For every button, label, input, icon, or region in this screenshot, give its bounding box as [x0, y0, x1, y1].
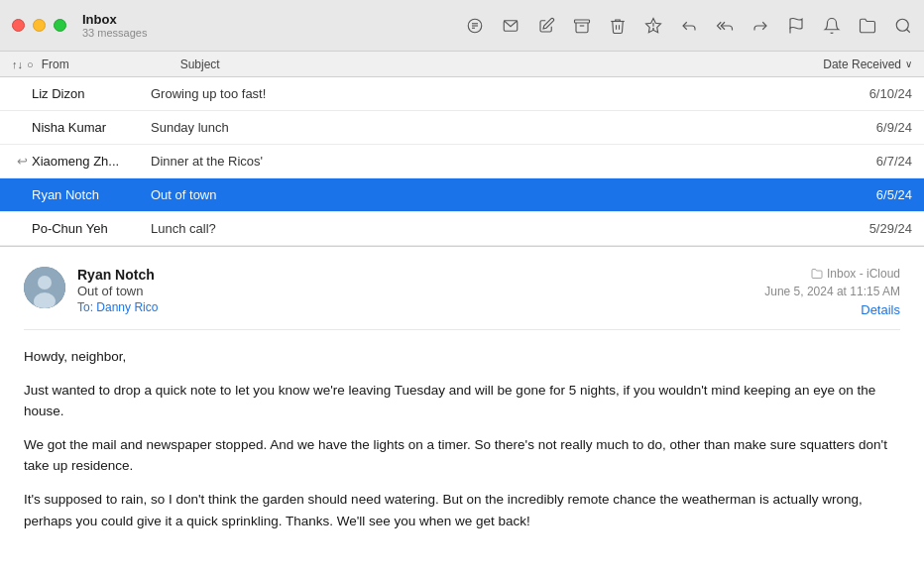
email-from-2: Nisha Kumar — [32, 120, 151, 135]
email-detail-header: Ryan Notch Out of town To: Danny Rico In… — [24, 267, 900, 330]
note-icon[interactable] — [466, 17, 484, 35]
email-detail-subject: Out of town — [77, 284, 764, 298]
flag-icon[interactable] — [787, 17, 805, 35]
title-info: Inbox 33 messages — [82, 12, 147, 39]
email-from-5: Po-Chun Yeh — [32, 221, 151, 236]
forward-icon[interactable] — [751, 17, 769, 35]
email-date-5: 5/29/24 — [843, 221, 912, 236]
email-date-4: 6/5/24 — [843, 187, 912, 202]
unread-toggle[interactable]: ○ — [27, 58, 34, 70]
svg-rect-5 — [575, 20, 590, 23]
main-content: ↑↓ ○ From Subject Date Received ∨ Liz Di… — [0, 52, 924, 579]
email-row[interactable]: Liz Dizon Growing up too fast! 6/10/24 — [0, 77, 924, 111]
email-timestamp: June 5, 2024 at 11:15 AM — [764, 285, 900, 298]
email-detail-pane: Ryan Notch Out of town To: Danny Rico In… — [0, 247, 924, 579]
compose-icon[interactable] — [537, 17, 555, 35]
svg-point-9 — [653, 28, 654, 29]
header-date[interactable]: Date Received ∨ — [823, 58, 912, 71]
notify-icon[interactable] — [823, 17, 841, 35]
window-title: Inbox — [82, 12, 147, 27]
svg-line-12 — [906, 29, 909, 32]
reply-all-icon[interactable] — [716, 17, 734, 35]
reply-indicator-3: ↩ — [12, 154, 32, 169]
body-paragraph-1: Howdy, neighbor, — [24, 346, 900, 368]
mail-icon[interactable] — [502, 17, 520, 35]
toolbar — [466, 17, 912, 35]
avatar — [24, 267, 65, 308]
body-paragraph-2: Just wanted to drop a quick note to let … — [24, 380, 900, 422]
email-row[interactable]: Po-Chun Yeh Lunch call? 5/29/24 — [0, 212, 924, 246]
reply-icon[interactable] — [680, 17, 698, 35]
header-from: From — [42, 58, 180, 71]
email-header-info: Ryan Notch Out of town To: Danny Rico — [77, 267, 764, 314]
body-paragraph-3: We got the mail and newspaper stopped. A… — [24, 434, 900, 477]
email-from-1: Liz Dizon — [32, 86, 151, 101]
delete-icon[interactable] — [609, 17, 627, 35]
titlebar: Inbox 33 messages — [0, 0, 924, 52]
svg-point-14 — [38, 276, 52, 290]
close-button[interactable] — [12, 19, 25, 32]
details-link[interactable]: Details — [861, 302, 900, 317]
email-subject-1: Growing up too fast! — [151, 86, 843, 101]
traffic-lights — [12, 19, 66, 32]
email-from-3: Xiaomeng Zh... — [32, 154, 151, 169]
folder-icon[interactable] — [859, 17, 876, 35]
svg-point-11 — [896, 19, 908, 31]
email-date-1: 6/10/24 — [843, 86, 912, 101]
email-body: Howdy, neighbor, Just wanted to drop a q… — [24, 346, 900, 531]
email-date-2: 6/9/24 — [843, 120, 912, 135]
email-meta: Inbox - iCloud June 5, 2024 at 11:15 AM … — [764, 267, 900, 317]
archive-icon[interactable] — [573, 17, 591, 35]
email-row[interactable]: Nisha Kumar Sunday lunch 6/9/24 — [0, 111, 924, 145]
email-from-4: Ryan Notch — [32, 187, 151, 202]
email-subject-2: Sunday lunch — [151, 120, 843, 135]
maximize-button[interactable] — [54, 19, 66, 32]
email-list: ↑↓ ○ From Subject Date Received ∨ Liz Di… — [0, 52, 924, 247]
body-paragraph-4: It's supposed to rain, so I don't think … — [24, 489, 900, 531]
email-row[interactable]: ↩ Xiaomeng Zh... Dinner at the Ricos' 6/… — [0, 145, 924, 178]
email-subject-3: Dinner at the Ricos' — [151, 154, 843, 169]
junk-icon[interactable] — [644, 17, 662, 35]
list-header: ↑↓ ○ From Subject Date Received ∨ — [0, 52, 924, 77]
email-to-name: Danny Rico — [96, 300, 158, 314]
inbox-badge: Inbox - iCloud — [811, 267, 900, 281]
window-subtitle: 33 messages — [82, 27, 147, 39]
email-to: To: Danny Rico — [77, 300, 764, 314]
email-sender-name: Ryan Notch — [77, 267, 764, 283]
email-subject-5: Lunch call? — [151, 221, 843, 236]
email-row-selected[interactable]: Ryan Notch Out of town 6/5/24 — [0, 178, 924, 212]
email-date-3: 6/7/24 — [843, 154, 912, 169]
email-subject-4: Out of town — [151, 187, 843, 202]
header-subject: Subject — [180, 58, 824, 71]
minimize-button[interactable] — [33, 19, 46, 32]
search-icon[interactable] — [894, 17, 912, 35]
sort-icon[interactable]: ↑↓ — [12, 58, 23, 70]
